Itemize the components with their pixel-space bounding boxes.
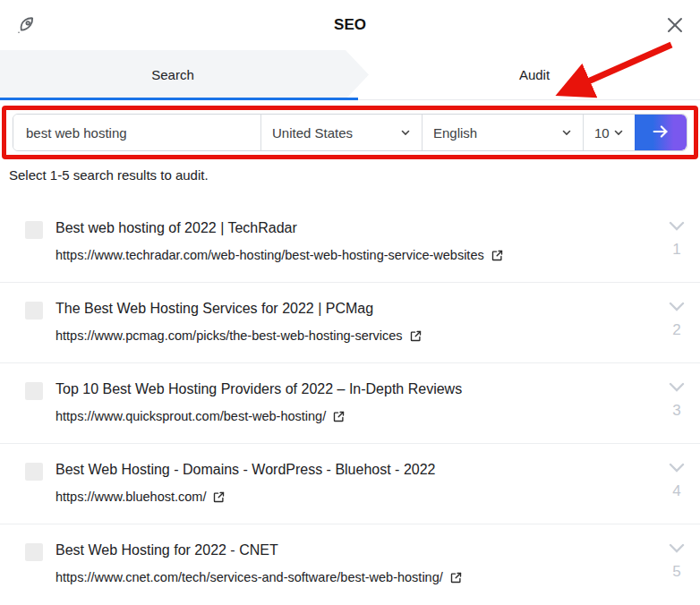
expand-chevron-down-icon[interactable]	[668, 220, 686, 233]
arrow-right-icon	[651, 122, 670, 144]
chevron-down-icon	[400, 125, 411, 141]
instruction-text: Select 1-5 search results to audit.	[9, 167, 687, 183]
result-url: https://www.pcmag.com/picks/the-best-web…	[55, 328, 403, 343]
expand-chevron-down-icon[interactable]	[668, 381, 686, 394]
header: SEO	[0, 0, 700, 50]
language-select-value: English	[433, 125, 477, 141]
red-box-annotation: United States English 10	[2, 106, 698, 159]
tab-audit-label: Audit	[519, 67, 550, 82]
result-url: https://www.bluehost.com/	[55, 490, 206, 504]
tab-audit[interactable]: Audit	[369, 50, 700, 99]
tab-bar: Search Audit	[0, 50, 700, 100]
rocket-icon	[14, 13, 38, 37]
language-select[interactable]: English	[422, 115, 583, 150]
table-row: The Best Web Hosting Services for 2022 |…	[0, 283, 700, 363]
country-select-value: United States	[272, 125, 353, 141]
result-title: Top 10 Best Web Hosting Providers of 202…	[55, 381, 646, 397]
external-link-icon[interactable]	[449, 571, 463, 584]
expand-chevron-down-icon[interactable]	[668, 301, 686, 313]
chevron-down-icon	[561, 125, 572, 141]
result-title: Best web hosting of 2022 | TechRadar	[55, 220, 646, 236]
result-checkbox[interactable]	[25, 543, 43, 561]
result-rank: 5	[672, 563, 680, 581]
external-link-icon[interactable]	[491, 249, 504, 262]
result-title: Best Web Hosting - Domains - WordPress -…	[55, 462, 646, 478]
external-link-icon[interactable]	[212, 490, 226, 504]
expand-chevron-down-icon[interactable]	[668, 462, 686, 474]
result-url: https://www.quicksprout.com/best-web-hos…	[55, 409, 326, 423]
result-title: The Best Web Hosting Services for 2022 |…	[55, 301, 646, 317]
result-count-select[interactable]: 10	[583, 115, 635, 150]
search-bar: United States English 10	[13, 114, 687, 151]
result-url: https://www.techradar.com/web-hosting/be…	[55, 248, 484, 262]
result-rank: 2	[672, 321, 680, 339]
expand-chevron-down-icon[interactable]	[668, 542, 686, 555]
chevron-down-icon	[613, 125, 624, 141]
search-submit-button[interactable]	[635, 115, 687, 150]
result-title: Best Web Hosting for 2022 - CNET	[55, 542, 646, 558]
table-row: Best web hosting of 2022 | TechRadar htt…	[0, 202, 700, 283]
active-tab-underline	[0, 98, 358, 100]
result-rank: 3	[672, 402, 680, 420]
tab-search-label: Search	[151, 67, 194, 82]
result-checkbox[interactable]	[25, 221, 43, 239]
result-rank: 1	[672, 241, 680, 259]
external-link-icon[interactable]	[409, 329, 423, 343]
search-query-input[interactable]	[13, 115, 260, 150]
results-list: Best web hosting of 2022 | TechRadar htt…	[0, 202, 700, 604]
table-row: Best Web Hosting - Domains - WordPress -…	[0, 444, 700, 524]
external-link-icon[interactable]	[332, 410, 346, 423]
result-url: https://www.cnet.com/tech/services-and-s…	[55, 570, 443, 584]
result-count-value: 10	[594, 125, 610, 141]
country-select[interactable]: United States	[260, 115, 422, 150]
page-title: SEO	[68, 16, 632, 34]
result-rank: 4	[672, 482, 680, 500]
tab-search[interactable]: Search	[0, 50, 369, 99]
close-icon[interactable]	[664, 14, 686, 36]
result-checkbox[interactable]	[25, 302, 43, 320]
table-row: Best Web Hosting for 2022 - CNET https:/…	[0, 524, 700, 604]
table-row: Top 10 Best Web Hosting Providers of 202…	[0, 363, 700, 444]
result-checkbox[interactable]	[25, 382, 43, 400]
result-checkbox[interactable]	[25, 463, 43, 481]
